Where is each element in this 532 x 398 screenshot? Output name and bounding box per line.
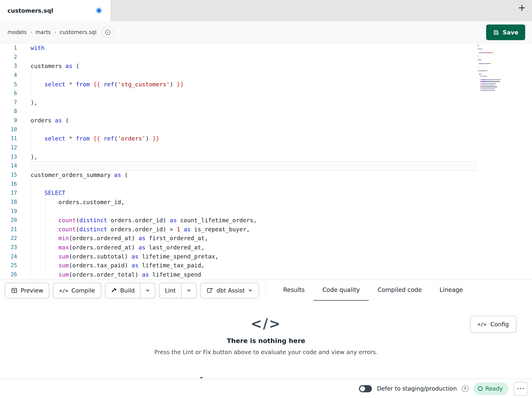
minimap-line	[478, 90, 509, 91]
line-content	[31, 107, 532, 116]
line-number[interactable]: 22	[0, 234, 17, 243]
panel-tab-results[interactable]: Results	[274, 280, 314, 301]
ready-status-badge[interactable]: Ready	[474, 382, 508, 395]
build-button[interactable]: Build	[105, 283, 140, 298]
line-number[interactable]: 5	[0, 80, 17, 89]
panel-tab-code-quality[interactable]: Code quality	[314, 280, 369, 301]
breadcrumb-item-models[interactable]: models	[7, 29, 26, 35]
code-icon: </>	[59, 288, 68, 293]
compass-icon	[104, 29, 111, 36]
code-line[interactable]: 24 sum(orders.subtotal) as lifetime_spen…	[0, 252, 532, 261]
breadcrumb-bar: models›marts›customers.sql Save	[0, 21, 532, 44]
sparkle-edit-icon	[206, 287, 213, 294]
indent-guide	[31, 180, 31, 279]
line-number[interactable]: 1	[0, 44, 17, 52]
code-line[interactable]: 8	[0, 107, 532, 116]
code-line[interactable]: 22 min(orders.ordered_at) as first_order…	[0, 234, 532, 243]
code-line[interactable]: 21 count(distinct orders.order_id) > 1 a…	[0, 225, 532, 234]
code-line[interactable]: 6	[0, 89, 532, 98]
defer-toggle[interactable]	[359, 385, 372, 392]
code-line[interactable]: 12	[0, 143, 532, 152]
panel-tab-compiled-code[interactable]: Compiled code	[369, 280, 431, 301]
line-number[interactable]: 15	[0, 170, 17, 180]
line-number[interactable]: 10	[0, 125, 17, 134]
line-number[interactable]: 21	[0, 225, 17, 234]
indent-guide	[31, 125, 31, 152]
defer-label: Defer to staging/production	[377, 385, 457, 392]
tab-customers-sql[interactable]: customers.sql	[0, 0, 110, 21]
line-number[interactable]: 23	[0, 243, 17, 252]
dbt-assist-button[interactable]: dbt Assist	[200, 283, 259, 298]
code-line[interactable]: 26 sum(orders.order_total) as lifetime_s…	[0, 270, 532, 279]
code-line[interactable]: 3customers as (	[0, 62, 532, 71]
line-content: customer_orders_summary as (	[31, 170, 532, 180]
model-compass-icon-button[interactable]	[102, 26, 114, 38]
line-number[interactable]: 17	[0, 189, 17, 198]
status-bar: Defer to staging/production ? Ready ⋯	[0, 379, 532, 398]
minimap-line	[478, 68, 509, 70]
empty-state: </> There is nothing here Press the Lint…	[127, 316, 405, 356]
code-line[interactable]: 14	[0, 162, 532, 170]
code-line[interactable]: 9orders as (	[0, 116, 532, 125]
code-line[interactable]: 18 orders.customer_id,	[0, 198, 532, 207]
line-number[interactable]: 25	[0, 261, 17, 270]
preview-button[interactable]: Preview	[5, 283, 50, 298]
line-number[interactable]: 24	[0, 252, 17, 261]
tab-title: customers.sql	[7, 7, 53, 14]
preview-label: Preview	[21, 287, 43, 294]
help-icon[interactable]: ?	[462, 385, 468, 392]
code-line[interactable]: 11 select * from {{ ref('orders') }}	[0, 134, 532, 143]
breadcrumb-item-customers-sql[interactable]: customers.sql	[60, 29, 96, 35]
config-button[interactable]: </> Config	[470, 316, 516, 333]
code-line[interactable]: 20 count(distinct orders.order_id) as co…	[0, 216, 532, 225]
build-dropdown-button[interactable]	[140, 283, 155, 298]
line-number[interactable]: 2	[0, 52, 17, 62]
code-line[interactable]: 23 max(orders.ordered_at) as last_ordere…	[0, 243, 532, 252]
line-content: max(orders.ordered_at) as last_ordered_a…	[31, 243, 532, 252]
code-editor[interactable]: 1with23customers as (45 select * from {{…	[0, 44, 532, 280]
code-line[interactable]: 1with	[0, 44, 532, 52]
code-line[interactable]: 2	[0, 52, 532, 62]
new-tab-button[interactable]: +	[518, 3, 526, 13]
line-number[interactable]: 11	[0, 134, 17, 143]
more-options-button[interactable]: ⋯	[514, 381, 528, 395]
line-number[interactable]: 13	[0, 152, 17, 162]
code-line[interactable]: 16	[0, 180, 532, 189]
line-number[interactable]: 14	[0, 162, 17, 170]
code-line[interactable]: 17 SELECT	[0, 189, 532, 198]
code-line[interactable]: 15customer_orders_summary as (	[0, 170, 532, 180]
line-number[interactable]: 26	[0, 270, 17, 279]
status-circle-icon	[478, 386, 483, 391]
code-line[interactable]: 4	[0, 71, 532, 80]
line-number[interactable]: 3	[0, 62, 17, 71]
lint-button[interactable]: Lint	[159, 283, 181, 298]
line-number[interactable]: 18	[0, 198, 17, 207]
line-number[interactable]: 7	[0, 98, 17, 107]
breadcrumb-item-marts[interactable]: marts	[35, 29, 51, 35]
line-number[interactable]: 19	[0, 207, 17, 216]
code-line[interactable]: 5 select * from {{ ref('stg_customers') …	[0, 80, 532, 89]
save-button[interactable]: Save	[486, 25, 525, 40]
lint-dropdown-button[interactable]	[181, 283, 196, 298]
code-line[interactable]: 13),	[0, 152, 532, 162]
line-number[interactable]: 6	[0, 89, 17, 98]
line-number[interactable]: 12	[0, 143, 17, 152]
line-number[interactable]: 4	[0, 71, 17, 80]
panel-tab-lineage[interactable]: Lineage	[431, 280, 472, 301]
line-number[interactable]: 16	[0, 180, 17, 189]
compile-button[interactable]: </> Compile	[53, 283, 101, 298]
line-number[interactable]: 20	[0, 216, 17, 225]
code-line[interactable]: 7),	[0, 98, 532, 107]
code-line[interactable]: 19	[0, 207, 532, 216]
minimap-line	[478, 63, 509, 65]
line-content: select * from {{ ref('orders') }}	[31, 134, 532, 143]
code-line[interactable]: 25 sum(orders.tax_paid) as lifetime_tax_…	[0, 261, 532, 270]
minimap[interactable]	[478, 45, 509, 91]
code-line[interactable]: 10	[0, 125, 532, 134]
minimap-line	[478, 48, 509, 50]
line-number[interactable]: 8	[0, 107, 17, 116]
line-content: count(distinct orders.order_id) > 1 as i…	[31, 225, 532, 234]
line-number[interactable]: 9	[0, 116, 17, 125]
minimap-line	[478, 86, 509, 88]
editor-tab-bar: customers.sql +	[0, 0, 532, 21]
